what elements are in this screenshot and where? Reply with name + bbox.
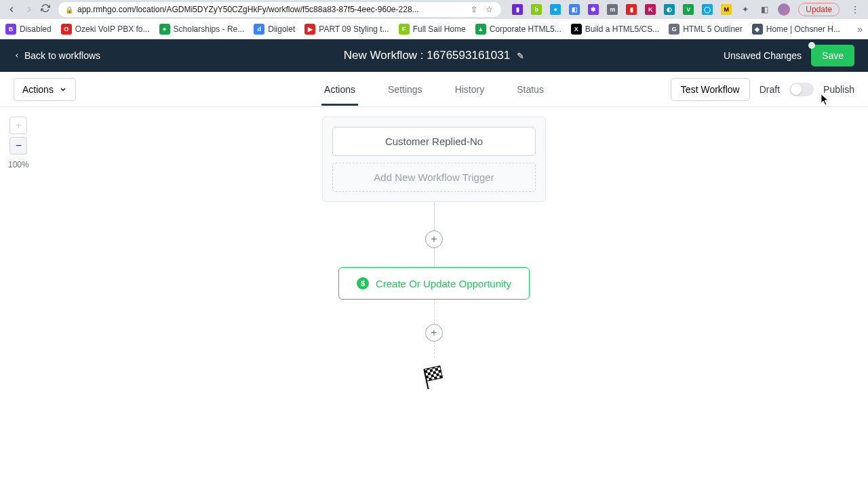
extension-icon[interactable]: ▮ [512, 4, 523, 15]
forward-button[interactable] [23, 3, 35, 16]
zoom-out-button[interactable]: − [9, 137, 27, 155]
bookmark-label: Home | Ochsner H... [766, 24, 840, 34]
connector-line-dashed [434, 342, 435, 358]
extension-icon[interactable]: V [683, 4, 694, 15]
add-step-button[interactable]: + [425, 230, 443, 248]
browser-toolbar: 🔒 app.rmhgo.com/location/AGDMi5DYZyY50CZ… [0, 0, 868, 19]
bookmark-label: Build a HTML5/CS... [585, 24, 659, 34]
action-node-opportunity[interactable]: $ Create Or Update Opportunity [338, 267, 530, 300]
bookmark-item[interactable]: dDiigolet [254, 24, 295, 35]
reload-button[interactable] [41, 3, 53, 16]
zoom-controls: + − 100% [8, 117, 29, 169]
dollar-icon: $ [357, 277, 369, 289]
bookmark-item[interactable]: XBuild a HTML5/CS... [571, 24, 659, 35]
update-button[interactable]: Update [798, 3, 840, 16]
add-trigger-button[interactable]: Add New Workflow Trigger [332, 163, 536, 192]
bookmark-item[interactable]: ▲Corporate HTML5... [475, 24, 561, 35]
trigger-container: Customer Replied-No Add New Workflow Tri… [322, 117, 546, 202]
app-header: Back to workflows New Workflow : 1676593… [0, 39, 868, 72]
title-text: New Workflow : 1676593161031 [344, 49, 510, 62]
toggle-knob [791, 84, 802, 95]
bookmark-star-icon[interactable]: ☆ [484, 4, 494, 15]
address-bar[interactable]: 🔒 app.rmhgo.com/location/AGDMi5DYZyY50CZ… [58, 2, 501, 17]
connector-line [434, 202, 435, 230]
svg-rect-2 [424, 366, 442, 382]
back-label: Back to workflows [24, 50, 100, 61]
bookmark-label: Scholarships - Re... [174, 24, 245, 34]
share-icon[interactable]: ⇧ [469, 4, 479, 15]
extension-icon[interactable]: M [721, 4, 732, 15]
connector-line-dashed [434, 300, 435, 324]
bookmark-item[interactable]: GHTML 5 Outliner [669, 24, 743, 35]
bookmark-item[interactable]: ▶PART 09 Styling t... [304, 24, 389, 35]
save-indicator-dot [808, 42, 815, 49]
bookmarks-bar: BDisabled OOzeki VoIP PBX fo... ●Scholar… [0, 19, 868, 39]
bookmark-label: HTML 5 Outliner [683, 24, 743, 34]
bookmark-label: Full Sail Home [413, 24, 466, 34]
extension-icon[interactable]: ◐ [664, 4, 675, 15]
bookmark-label: Ozeki VoIP PBX fo... [75, 24, 150, 34]
tab-bar: Actions Settings History Status [321, 74, 547, 105]
draft-label: Draft [760, 84, 780, 95]
extension-icon[interactable]: m [607, 4, 618, 15]
extension-icon[interactable]: ▮ [626, 4, 637, 15]
extension-icon[interactable]: ◯ [702, 4, 713, 15]
extensions-row: ▮ b ● ◧ ✱ m ▮ K ◐ V ◯ M ✦ ◧ Update ⋮ [507, 3, 863, 16]
tab-settings[interactable]: Settings [385, 74, 425, 105]
chevron-down-icon [59, 85, 67, 94]
bookmark-item[interactable]: ●Scholarships - Re... [159, 24, 245, 35]
zoom-percent: 100% [8, 160, 29, 169]
zoom-in-button[interactable]: + [9, 117, 27, 134]
chevron-left-icon [14, 51, 20, 60]
workflow-canvas[interactable]: + − 100% Customer Replied-No Add New Wor… [0, 107, 868, 488]
extension-icon[interactable]: ✱ [588, 4, 599, 15]
workflow-title: New Workflow : 1676593161031 ✎ [344, 49, 524, 62]
url-text: app.rmhgo.com/location/AGDMi5DYZyY50CZgH… [77, 5, 465, 14]
bookmark-label: Disabled [20, 24, 52, 34]
bookmarks-overflow[interactable]: » [857, 24, 863, 35]
back-to-workflows-link[interactable]: Back to workflows [14, 50, 100, 61]
workflow-toolbar: Actions Actions Settings History Status … [0, 72, 868, 107]
unsaved-changes-label: Unsaved Changes [724, 50, 802, 61]
save-label: Save [822, 50, 844, 61]
extensions-icon[interactable]: ✦ [740, 4, 751, 15]
bookmark-label: PART 09 Styling t... [319, 24, 389, 34]
extension-icon[interactable]: b [531, 4, 542, 15]
add-step-button[interactable]: + [425, 324, 443, 342]
publish-toggle[interactable] [789, 83, 814, 96]
end-flag-icon [420, 363, 448, 393]
extension-icon[interactable]: ◧ [569, 4, 580, 15]
bookmark-label: Diigolet [268, 24, 295, 34]
bookmark-item[interactable]: OOzeki VoIP PBX fo... [61, 24, 150, 35]
test-workflow-button[interactable]: Test Workflow [671, 78, 750, 101]
actions-label: Actions [22, 84, 54, 95]
profile-avatar[interactable] [778, 3, 790, 16]
bookmark-label: Corporate HTML5... [490, 24, 561, 34]
bookmark-item[interactable]: FFull Sail Home [399, 24, 466, 35]
save-button[interactable]: Save [811, 45, 854, 66]
actions-dropdown[interactable]: Actions [14, 78, 76, 101]
sidepanel-icon[interactable]: ◧ [759, 4, 770, 15]
lock-icon: 🔒 [65, 6, 73, 14]
tab-status[interactable]: Status [514, 74, 547, 105]
bookmark-item[interactable]: ◆Home | Ochsner H... [752, 24, 840, 35]
edit-title-icon[interactable]: ✎ [517, 51, 524, 61]
back-button[interactable] [5, 3, 18, 16]
tab-actions[interactable]: Actions [321, 74, 358, 105]
tab-history[interactable]: History [452, 74, 488, 105]
browser-menu-icon[interactable]: ⋮ [848, 4, 863, 15]
extension-icon[interactable]: K [645, 4, 656, 15]
extension-icon[interactable]: ● [550, 4, 561, 15]
connector-line [434, 248, 435, 267]
bookmark-item[interactable]: BDisabled [5, 24, 52, 35]
action-label: Create Or Update Opportunity [376, 278, 511, 289]
workflow-flow: Customer Replied-No Add New Workflow Tri… [322, 117, 546, 393]
trigger-node[interactable]: Customer Replied-No [332, 127, 536, 156]
publish-label: Publish [823, 84, 854, 95]
